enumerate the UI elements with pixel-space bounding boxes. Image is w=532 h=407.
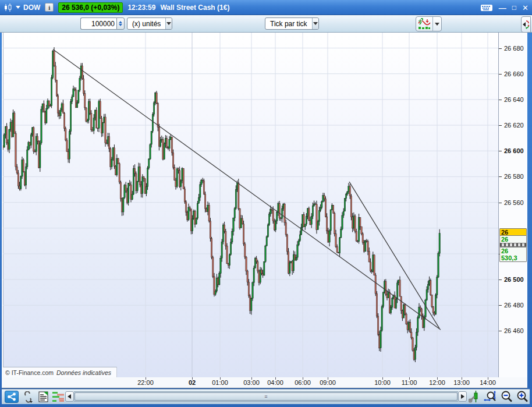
chart-toolbar: (x) unités Tick par tick	[0, 15, 532, 33]
chevron-down-icon	[16, 6, 20, 9]
zoom-out-icon	[500, 391, 513, 403]
time-axis[interactable]: 22:000201:0003:0004:0006:0009:0010:0011:…	[2, 377, 527, 388]
time-tick-label: 10:00	[374, 379, 391, 386]
price-tick-label: 26 600	[504, 147, 524, 154]
scrollbar-grip: ≡	[264, 394, 267, 399]
time-tick-label: 11:00	[402, 379, 417, 386]
window-title: Wall Street Cash (1€)	[160, 3, 229, 12]
data-disclaimer: Données indicatives	[56, 369, 111, 376]
chart-settings-icon	[469, 391, 481, 403]
market-depth-icon	[52, 391, 65, 403]
maximize-button[interactable]: □	[512, 4, 516, 12]
chevron-down-icon	[165, 18, 172, 29]
market-depth-button[interactable]	[51, 391, 65, 403]
time-tick-label: 01:00	[212, 379, 228, 386]
collapse-panel-icon	[522, 17, 530, 31]
zoom-in-button[interactable]	[515, 391, 529, 403]
zoom-in-icon	[516, 391, 529, 403]
zoom-fit-button[interactable]	[484, 391, 498, 403]
share-icon	[7, 392, 16, 401]
price-tick	[499, 48, 502, 49]
copyright-note: © IT-Finance.com Données indicatives	[3, 367, 117, 377]
price-marker-badge: 26 530,3	[499, 247, 527, 262]
indicator-dropdown-arrow[interactable]	[432, 17, 441, 31]
scroll-left-icon	[68, 394, 72, 399]
news-button[interactable]	[36, 391, 50, 403]
price-tick	[499, 74, 502, 75]
bottom-toolbar: ≡	[2, 389, 530, 404]
chart-settings-button[interactable]	[468, 391, 482, 403]
copyright-text: © IT-Finance.com	[5, 369, 54, 376]
occluded-price-marker	[499, 243, 527, 247]
units-dropdown-value: (x) unités	[127, 20, 165, 28]
add-indicator-icon	[416, 17, 432, 31]
price-tick	[499, 125, 502, 126]
unlink-icon	[23, 391, 34, 403]
clock: 12:23:59	[127, 3, 155, 12]
price-tick	[499, 305, 502, 306]
price-tick-label: 26 620	[504, 122, 524, 129]
price-tick	[499, 203, 502, 203]
unlink-button[interactable]	[22, 391, 36, 403]
scroll-right-icon	[460, 394, 464, 399]
scroll-right-button[interactable]	[458, 391, 467, 402]
time-tick-label: 06:00	[295, 379, 311, 386]
quantity-input[interactable]	[80, 17, 116, 30]
title-bar: DOW i 26 536,0 (+0,03%) 12:23:59 Wall St…	[0, 0, 532, 15]
instrument-selector[interactable]: DOW	[0, 3, 40, 12]
price-tick-label: 26 480	[504, 302, 524, 309]
zoom-fit-icon	[484, 391, 498, 403]
share-button[interactable]	[5, 391, 19, 403]
price-axis[interactable]: 26 68026 66026 64026 62026 60026 58026 5…	[498, 33, 527, 377]
news-icon	[38, 391, 48, 402]
price-tick-label: 26 580	[504, 173, 524, 180]
price-tick-label: 26 560	[504, 199, 524, 206]
scrollbar-track[interactable]: ≡	[74, 391, 458, 402]
add-indicator-button[interactable]	[416, 16, 442, 31]
price-tick	[499, 176, 502, 177]
chart-canvas[interactable]	[3, 33, 498, 377]
time-tick-label: 02	[189, 379, 196, 386]
price-tick	[499, 151, 502, 151]
time-tick-label: 09:00	[320, 379, 336, 386]
horizontal-scrollbar[interactable]: ≡	[65, 391, 467, 402]
period-dropdown[interactable]: Tick par tick	[265, 17, 319, 30]
quantity-spinner[interactable]	[116, 17, 125, 30]
price-tick	[499, 279, 502, 280]
price-tick-label: 26 680	[504, 45, 524, 52]
period-dropdown-value: Tick par tick	[265, 20, 312, 28]
price-tick-label: 26 640	[504, 96, 524, 103]
collapse-panel-tab[interactable]	[521, 16, 531, 33]
zoom-out-button[interactable]	[499, 391, 513, 403]
instrument-short: DOW	[23, 3, 40, 12]
time-tick-label: 14:00	[480, 379, 496, 386]
price-tick	[499, 331, 502, 331]
minimize-button[interactable]: —	[499, 4, 506, 12]
close-button[interactable]: ✕	[522, 4, 529, 12]
scrollbar-thumb[interactable]: ≡	[75, 392, 457, 401]
price-change-badge: 26 536,0 (+0,03%)	[58, 2, 123, 13]
scroll-left-button[interactable]	[65, 391, 74, 402]
candlestick-icon	[3, 3, 13, 12]
keyboard-icon[interactable]	[480, 4, 493, 12]
price-tick-label: 26 660	[504, 70, 524, 77]
price-tick	[499, 100, 502, 100]
price-tick-label: 26 460	[504, 327, 524, 334]
time-tick-label: 04:00	[267, 379, 283, 386]
info-button[interactable]: i	[45, 3, 54, 12]
time-tick-label: 12:00	[429, 379, 445, 386]
time-tick-label: 22:00	[137, 379, 154, 386]
chart-region: 26 68026 66026 64026 62026 60026 58026 5…	[2, 33, 527, 388]
time-tick-label: 13:00	[453, 379, 470, 386]
chevron-down-icon	[312, 18, 318, 29]
price-tick-label: 26 500	[504, 276, 524, 283]
units-dropdown[interactable]: (x) unités	[127, 17, 172, 30]
time-tick-label: 03:00	[243, 379, 260, 386]
